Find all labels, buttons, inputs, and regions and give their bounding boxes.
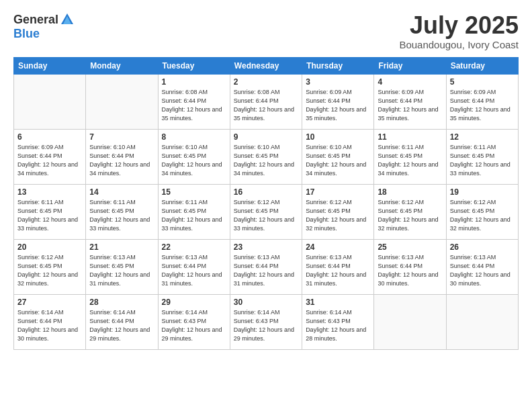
day-number: 7: [89, 132, 154, 142]
day-number: 18: [378, 187, 442, 197]
table-row: 5Sunrise: 6:09 AM Sunset: 6:44 PM Daylig…: [446, 74, 518, 129]
day-number: 29: [162, 298, 226, 307]
day-number: 16: [234, 187, 298, 197]
day-info: Sunrise: 6:08 AM Sunset: 6:44 PM Dayligh…: [162, 88, 226, 123]
day-number: 4: [378, 77, 442, 87]
day-number: 1: [162, 77, 226, 87]
day-info: Sunrise: 6:09 AM Sunset: 6:44 PM Dayligh…: [450, 88, 515, 123]
table-row: [446, 294, 518, 349]
table-row: 24Sunrise: 6:13 AM Sunset: 6:44 PM Dayli…: [302, 239, 374, 294]
table-row: 27Sunrise: 6:14 AM Sunset: 6:44 PM Dayli…: [14, 294, 86, 349]
day-number: 28: [89, 298, 154, 307]
day-number: 30: [234, 298, 298, 307]
calendar-table: Sunday Monday Tuesday Wednesday Thursday…: [13, 57, 519, 350]
day-info: Sunrise: 6:12 AM Sunset: 6:45 PM Dayligh…: [450, 198, 515, 233]
day-number: 14: [89, 187, 154, 197]
day-number: 13: [17, 187, 82, 197]
day-number: 27: [17, 298, 82, 307]
day-info: Sunrise: 6:13 AM Sunset: 6:44 PM Dayligh…: [162, 253, 226, 288]
day-number: 11: [378, 132, 442, 142]
table-row: 26Sunrise: 6:13 AM Sunset: 6:44 PM Dayli…: [446, 239, 518, 294]
header-friday: Friday: [374, 57, 446, 74]
day-info: Sunrise: 6:09 AM Sunset: 6:44 PM Dayligh…: [17, 143, 82, 178]
table-row: [374, 294, 446, 349]
day-info: Sunrise: 6:14 AM Sunset: 6:43 PM Dayligh…: [306, 308, 370, 343]
day-info: Sunrise: 6:14 AM Sunset: 6:43 PM Dayligh…: [234, 308, 298, 343]
table-row: 8Sunrise: 6:10 AM Sunset: 6:45 PM Daylig…: [158, 129, 230, 184]
day-info: Sunrise: 6:12 AM Sunset: 6:45 PM Dayligh…: [306, 198, 370, 233]
table-row: 22Sunrise: 6:13 AM Sunset: 6:44 PM Dayli…: [158, 239, 230, 294]
table-row: 30Sunrise: 6:14 AM Sunset: 6:43 PM Dayli…: [230, 294, 302, 349]
day-info: Sunrise: 6:11 AM Sunset: 6:45 PM Dayligh…: [17, 198, 82, 233]
logo-general: General: [13, 13, 58, 27]
header: General Blue July 2025 Bouandougou, Ivor…: [13, 12, 519, 50]
day-number: 20: [17, 242, 82, 252]
day-info: Sunrise: 6:08 AM Sunset: 6:44 PM Dayligh…: [234, 88, 298, 123]
table-row: 31Sunrise: 6:14 AM Sunset: 6:43 PM Dayli…: [302, 294, 374, 349]
calendar-header-row: Sunday Monday Tuesday Wednesday Thursday…: [14, 57, 519, 74]
day-number: 26: [450, 242, 515, 252]
table-row: 7Sunrise: 6:10 AM Sunset: 6:44 PM Daylig…: [86, 129, 158, 184]
header-monday: Monday: [86, 57, 158, 74]
day-info: Sunrise: 6:14 AM Sunset: 6:44 PM Dayligh…: [89, 308, 154, 343]
day-number: 5: [450, 77, 515, 87]
day-number: 25: [378, 242, 442, 252]
header-thursday: Thursday: [302, 57, 374, 74]
table-row: 21Sunrise: 6:13 AM Sunset: 6:45 PM Dayli…: [86, 239, 158, 294]
table-row: 17Sunrise: 6:12 AM Sunset: 6:45 PM Dayli…: [302, 184, 374, 239]
table-row: 2Sunrise: 6:08 AM Sunset: 6:44 PM Daylig…: [230, 74, 302, 129]
table-row: 25Sunrise: 6:13 AM Sunset: 6:44 PM Dayli…: [374, 239, 446, 294]
day-info: Sunrise: 6:09 AM Sunset: 6:44 PM Dayligh…: [306, 88, 370, 123]
table-row: 11Sunrise: 6:11 AM Sunset: 6:45 PM Dayli…: [374, 129, 446, 184]
day-number: 9: [234, 132, 298, 142]
calendar-week-row: 1Sunrise: 6:08 AM Sunset: 6:44 PM Daylig…: [14, 74, 519, 129]
table-row: 1Sunrise: 6:08 AM Sunset: 6:44 PM Daylig…: [158, 74, 230, 129]
logo: General Blue: [13, 12, 75, 41]
header-tuesday: Tuesday: [158, 57, 230, 74]
day-info: Sunrise: 6:10 AM Sunset: 6:45 PM Dayligh…: [234, 143, 298, 178]
day-info: Sunrise: 6:10 AM Sunset: 6:45 PM Dayligh…: [306, 143, 370, 178]
table-row: 23Sunrise: 6:13 AM Sunset: 6:44 PM Dayli…: [230, 239, 302, 294]
day-number: 17: [306, 187, 370, 197]
day-number: 3: [306, 77, 370, 87]
header-sunday: Sunday: [14, 57, 86, 74]
day-number: 8: [162, 132, 226, 142]
day-info: Sunrise: 6:13 AM Sunset: 6:45 PM Dayligh…: [89, 253, 154, 288]
title-section: July 2025 Bouandougou, Ivory Coast: [399, 12, 519, 50]
table-row: 13Sunrise: 6:11 AM Sunset: 6:45 PM Dayli…: [14, 184, 86, 239]
day-number: 22: [162, 242, 226, 252]
day-number: 21: [89, 242, 154, 252]
table-row: 14Sunrise: 6:11 AM Sunset: 6:45 PM Dayli…: [86, 184, 158, 239]
day-number: 19: [450, 187, 515, 197]
table-row: 15Sunrise: 6:11 AM Sunset: 6:45 PM Dayli…: [158, 184, 230, 239]
logo-icon: [60, 12, 75, 27]
header-saturday: Saturday: [446, 57, 518, 74]
table-row: 3Sunrise: 6:09 AM Sunset: 6:44 PM Daylig…: [302, 74, 374, 129]
day-info: Sunrise: 6:10 AM Sunset: 6:44 PM Dayligh…: [89, 143, 154, 178]
day-info: Sunrise: 6:13 AM Sunset: 6:44 PM Dayligh…: [378, 253, 442, 288]
table-row: 6Sunrise: 6:09 AM Sunset: 6:44 PM Daylig…: [14, 129, 86, 184]
table-row: 20Sunrise: 6:12 AM Sunset: 6:45 PM Dayli…: [14, 239, 86, 294]
day-info: Sunrise: 6:09 AM Sunset: 6:44 PM Dayligh…: [378, 88, 442, 123]
table-row: [86, 74, 158, 129]
table-row: 16Sunrise: 6:12 AM Sunset: 6:45 PM Dayli…: [230, 184, 302, 239]
table-row: 10Sunrise: 6:10 AM Sunset: 6:45 PM Dayli…: [302, 129, 374, 184]
day-info: Sunrise: 6:13 AM Sunset: 6:44 PM Dayligh…: [450, 253, 515, 288]
day-info: Sunrise: 6:14 AM Sunset: 6:43 PM Dayligh…: [162, 308, 226, 343]
day-info: Sunrise: 6:11 AM Sunset: 6:45 PM Dayligh…: [378, 143, 442, 178]
day-info: Sunrise: 6:12 AM Sunset: 6:45 PM Dayligh…: [234, 198, 298, 233]
day-info: Sunrise: 6:12 AM Sunset: 6:45 PM Dayligh…: [17, 253, 82, 288]
day-info: Sunrise: 6:13 AM Sunset: 6:44 PM Dayligh…: [234, 253, 298, 288]
day-number: 12: [450, 132, 515, 142]
day-number: 6: [17, 132, 82, 142]
day-info: Sunrise: 6:14 AM Sunset: 6:44 PM Dayligh…: [17, 308, 82, 343]
table-row: 19Sunrise: 6:12 AM Sunset: 6:45 PM Dayli…: [446, 184, 518, 239]
day-number: 23: [234, 242, 298, 252]
table-row: 9Sunrise: 6:10 AM Sunset: 6:45 PM Daylig…: [230, 129, 302, 184]
table-row: 4Sunrise: 6:09 AM Sunset: 6:44 PM Daylig…: [374, 74, 446, 129]
day-number: 24: [306, 242, 370, 252]
day-info: Sunrise: 6:11 AM Sunset: 6:45 PM Dayligh…: [89, 198, 154, 233]
calendar-week-row: 27Sunrise: 6:14 AM Sunset: 6:44 PM Dayli…: [14, 294, 519, 349]
table-row: 29Sunrise: 6:14 AM Sunset: 6:43 PM Dayli…: [158, 294, 230, 349]
day-info: Sunrise: 6:11 AM Sunset: 6:45 PM Dayligh…: [450, 143, 515, 178]
